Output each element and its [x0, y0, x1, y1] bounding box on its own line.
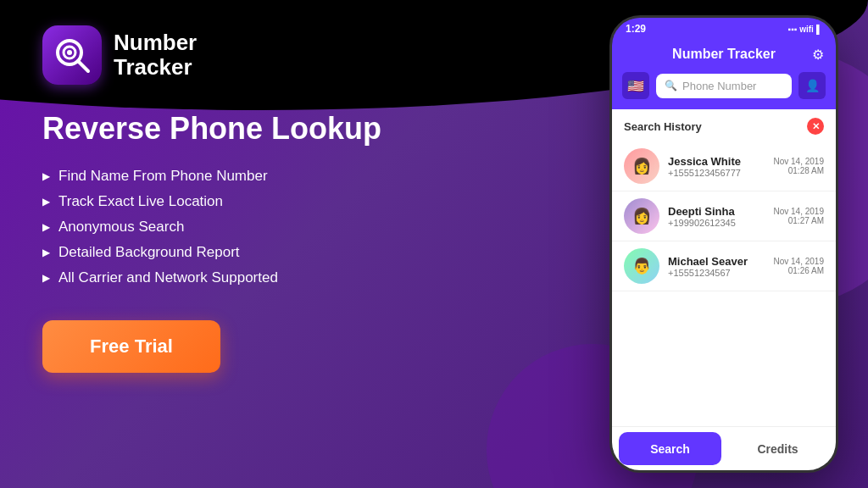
phone-bottom-tabs: Search Credits	[612, 426, 836, 470]
page-content: Number Tracker Reverse Phone Lookup ▶Fin…	[0, 0, 868, 488]
left-section: Number Tracker Reverse Phone Lookup ▶Fin…	[0, 0, 597, 488]
history-avatar: 👨	[624, 248, 659, 284]
search-icon: 🔍	[665, 80, 677, 92]
status-icons: ▪▪▪ wifi ▌	[788, 25, 822, 34]
history-phone: +15551234567	[668, 268, 765, 278]
search-history-header: Search History ✕	[612, 109, 836, 141]
history-info: Michael Seaver +15551234567	[668, 255, 765, 278]
history-avatar: 👩	[624, 198, 659, 234]
battery-icon: ▌	[816, 25, 822, 34]
feature-item: ▶All Carrier and Network Supported	[42, 269, 563, 286]
history-time-value: 01:28 AM	[774, 166, 825, 175]
history-avatar: 👩	[624, 148, 659, 184]
tab-credits-label: Credits	[757, 442, 798, 456]
bullet-icon: ▶	[42, 196, 50, 208]
wifi-icon: wifi	[799, 25, 814, 34]
feature-text: Detailed Background Report	[58, 244, 240, 261]
history-info: Jessica White +15551234567​77	[668, 155, 765, 178]
history-date-value: Nov 14, 2019	[774, 157, 825, 166]
phone-mockup: 1:29 ▪▪▪ wifi ▌ Number Tracker ⚙ 🇺🇸 🔍 Ph…	[609, 15, 838, 473]
history-item[interactable]: 👩 Jessica White +15551234567​77 Nov 14, …	[612, 141, 836, 191]
history-info: Deepti Sinha +19990261​2345	[668, 205, 765, 228]
history-date: Nov 14, 2019 01:28 AM	[774, 157, 825, 175]
history-item[interactable]: 👨 Michael Seaver +15551234567 Nov 14, 20…	[612, 241, 836, 291]
feature-text: Find Name From Phone Number	[58, 168, 268, 185]
app-logo-icon	[42, 25, 102, 85]
right-section: 1:29 ▪▪▪ wifi ▌ Number Tracker ⚙ 🇺🇸 🔍 Ph…	[597, 0, 868, 488]
history-date: Nov 14, 2019 01:26 AM	[774, 257, 825, 275]
history-date-value: Nov 14, 2019	[774, 257, 825, 266]
phone-header: Number Tracker ⚙	[612, 40, 836, 72]
free-trial-button[interactable]: Free Trial	[42, 320, 220, 373]
feature-item: ▶Find Name From Phone Number	[42, 168, 563, 185]
history-time-value: 01:27 AM	[774, 216, 825, 225]
phone-number-input[interactable]: Phone Number	[682, 80, 756, 92]
settings-icon[interactable]: ⚙	[812, 47, 824, 63]
signal-icon: ▪▪▪	[788, 25, 798, 34]
feature-text: Anonymous Search	[58, 219, 184, 236]
bullet-icon: ▶	[42, 221, 50, 233]
features-list: ▶Find Name From Phone Number▶Track Exact…	[42, 168, 563, 295]
contact-button[interactable]: 👤	[798, 72, 826, 99]
phone-header-title: Number Tracker	[672, 47, 776, 62]
history-time-value: 01:26 AM	[774, 266, 825, 275]
logo-name-2: Tracker	[114, 55, 197, 80]
bullet-icon: ▶	[42, 170, 50, 182]
bullet-icon: ▶	[42, 247, 50, 258]
feature-text: Track Exact Live Location	[58, 193, 223, 210]
logo-area: Number Tracker	[42, 25, 563, 85]
status-time: 1:29	[626, 23, 646, 35]
tab-search-label: Search	[650, 442, 690, 456]
history-phone: +19990261​2345	[668, 218, 765, 228]
history-name: Michael Seaver	[668, 255, 765, 268]
flag-button[interactable]: 🇺🇸	[622, 72, 649, 99]
svg-point-3	[67, 50, 72, 55]
search-input-container[interactable]: 🔍 Phone Number	[656, 74, 792, 98]
logo-name-1: Number	[114, 30, 197, 55]
history-name: Deepti Sinha	[668, 205, 765, 218]
tab-search[interactable]: Search	[619, 432, 721, 465]
phone-body: Search History ✕ 👩 Jessica White +155512…	[612, 109, 836, 426]
search-history-label: Search History	[624, 120, 702, 133]
phone-status-bar: 1:29 ▪▪▪ wifi ▌	[612, 18, 836, 40]
tab-credits[interactable]: Credits	[726, 432, 829, 465]
svg-line-2	[78, 61, 88, 71]
phone-search-bar: 🇺🇸 🔍 Phone Number 👤	[612, 72, 836, 109]
history-date: Nov 14, 2019 01:27 AM	[774, 207, 825, 225]
feature-item: ▶Detailed Background Report	[42, 244, 563, 261]
logo-text: Number Tracker	[114, 30, 197, 79]
close-history-button[interactable]: ✕	[807, 118, 824, 135]
history-phone: +15551234567​77	[668, 168, 765, 178]
history-list: 👩 Jessica White +15551234567​77 Nov 14, …	[612, 141, 836, 426]
feature-text: All Carrier and Network Supported	[58, 269, 278, 286]
history-date-value: Nov 14, 2019	[774, 207, 825, 216]
feature-item: ▶Track Exact Live Location	[42, 193, 563, 210]
main-heading: Reverse Phone Lookup	[42, 110, 563, 147]
history-name: Jessica White	[668, 155, 765, 168]
bullet-icon: ▶	[42, 272, 50, 284]
feature-item: ▶Anonymous Search	[42, 219, 563, 236]
history-item[interactable]: 👩 Deepti Sinha +19990261​2345 Nov 14, 20…	[612, 191, 836, 241]
